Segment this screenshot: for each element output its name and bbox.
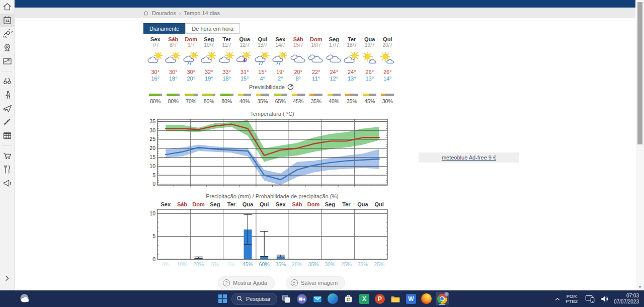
show-help-button[interactable]: ? Mostrar Ajuda (218, 276, 275, 289)
predictability-gauge-icon (287, 84, 294, 90)
day-name: Sáb (168, 36, 178, 42)
svg-text:15: 15 (149, 154, 155, 160)
day-max-temperature: 20° (294, 69, 302, 75)
tray-language-bottom: PTB2 (566, 299, 578, 304)
day-min-temperature: 13° (365, 75, 374, 82)
taskbar-app-powerpoint[interactable]: P (373, 292, 386, 305)
tray-clock[interactable]: 07:03 07/07/2023 (614, 293, 639, 305)
svg-text:25: 25 (149, 136, 155, 142)
svg-text:25%: 25% (341, 261, 352, 267)
page-scrollbar[interactable]: ▾ (636, 0, 644, 290)
breadcrumb-page[interactable]: Tempo 14 dias (184, 10, 220, 16)
day-name: Qui (383, 36, 392, 42)
forecast-day-column[interactable]: Qua12/731°15° (236, 36, 254, 82)
forecast-day-column[interactable]: Seg17/724°12° (325, 36, 343, 82)
day-date: 12/7 (240, 42, 250, 48)
weather-mostly-sunny-icon (361, 52, 378, 65)
sidebar-item-tools[interactable] (0, 163, 14, 176)
taskbar-app-chrome[interactable] (436, 292, 449, 305)
taskbar-app-mail[interactable] (311, 292, 324, 305)
forecast-day-column[interactable]: Qui13/715°4° (254, 36, 272, 82)
forecast-day-column[interactable]: Ter11/733°18° (218, 36, 236, 82)
sidebar-item-webcams[interactable] (0, 41, 14, 54)
day-max-temperature: 26° (383, 69, 392, 75)
sidebar-item-satellite[interactable] (0, 27, 14, 41)
sidebar-expand-button[interactable] (0, 272, 14, 284)
sidebar-item-home[interactable] (0, 0, 14, 14)
forecast-day-column[interactable]: Dom16/722°11° (307, 36, 326, 82)
svg-text:30: 30 (149, 127, 155, 133)
day-min-temperature: 11° (312, 75, 320, 82)
widgets-button[interactable] (18, 292, 32, 305)
taskbar-app-start[interactable] (216, 292, 229, 305)
day-date: 19/7 (365, 42, 374, 48)
sidebar-item-outdoor-sports[interactable] (0, 88, 14, 102)
tray-language-indicator[interactable]: POR PTB2 (566, 294, 578, 304)
tab-hourly[interactable]: De hora em hora (185, 23, 240, 34)
predictability-bar (167, 94, 180, 96)
search-icon (236, 295, 243, 302)
forecast-day-column[interactable]: Ter18/724°13° (343, 36, 361, 82)
day-name: Ter (348, 36, 356, 42)
svg-text:Qua: Qua (357, 201, 368, 207)
forecast-day-column[interactable]: Sex14/719°2° (272, 36, 290, 82)
forecast-day-column[interactable]: Sáb15/720°8° (289, 36, 307, 82)
forecast-day-column[interactable]: Qui20/726°14° (379, 36, 397, 82)
taskbar-app-task-view[interactable] (280, 292, 293, 305)
forecast-day-column[interactable]: Seg10/732°19° (200, 36, 218, 82)
weather-partly-sunny-icon (343, 52, 360, 65)
day-date: 11/7 (222, 42, 231, 48)
svg-text:35: 35 (149, 118, 155, 124)
scrollbar-down-arrow[interactable]: ▾ (636, 283, 644, 290)
taskbar-app-firefox[interactable] (420, 292, 433, 305)
predictability-section: Previsibilidade 80%80%70%80%80%40%35%65%… (146, 84, 396, 104)
sidebar-item-maps[interactable] (0, 54, 14, 68)
svg-text:20%: 20% (193, 261, 204, 267)
forecast-day-column[interactable]: Sex7/730°16° (146, 36, 165, 82)
day-date: 7/7 (152, 42, 159, 48)
home-icon[interactable] (143, 10, 149, 16)
ad-free-link[interactable]: meteoblue Ad-free 9 € (442, 155, 496, 161)
tray-display-phone-icon[interactable] (585, 294, 596, 304)
predictability-bar (238, 94, 251, 96)
forecast-day-column[interactable]: Qua19/726°13° (361, 36, 379, 82)
sidebar-item-announcements[interactable] (0, 176, 14, 190)
tab-daily[interactable]: Diariamente (143, 23, 185, 34)
tray-speaker-icon[interactable] (600, 294, 610, 304)
download-icon (291, 279, 298, 286)
taskbar-app-teams[interactable] (295, 292, 308, 305)
sidebar-divider (2, 71, 12, 71)
taskbar-app-store[interactable] (342, 292, 355, 305)
svg-text:5%: 5% (211, 261, 219, 267)
breadcrumb-location[interactable]: Dourados (152, 10, 176, 16)
taskbar-app-explorer[interactable] (389, 292, 402, 305)
svg-text:60%: 60% (259, 261, 270, 267)
climate-table-icon (2, 130, 13, 141)
taskbar-search[interactable]: Pesquisar (231, 293, 277, 305)
scrollbar-thumb[interactable] (637, 2, 642, 144)
sidebar-item-agriculture[interactable] (0, 115, 14, 129)
forecast-day-column[interactable]: Dom9/730°20° (182, 36, 200, 82)
webcams-icon (2, 42, 13, 53)
sidebar-item-climate-table[interactable] (0, 129, 14, 142)
forecast-day-column[interactable]: Sáb8/730°18° (165, 36, 183, 82)
forecast-table: Sex7/730°16°Sáb8/730°18°Dom9/730°20°Seg1… (146, 36, 396, 82)
svg-text:10: 10 (149, 163, 155, 169)
predictability-percent: 40% (236, 98, 254, 104)
save-image-button[interactable]: Salvar imagem (286, 276, 345, 289)
sidebar-item-forecast-14-days[interactable]: 14 (0, 14, 14, 27)
taskbar-app-excel[interactable]: X (358, 292, 371, 305)
taskbar-app-edge[interactable] (327, 292, 340, 305)
taskbar-app-word[interactable]: W (405, 292, 418, 305)
predictability-bar (149, 94, 162, 96)
sidebar-item-travel[interactable] (0, 102, 14, 115)
tray-chevron-up-icon[interactable] (553, 295, 561, 303)
day-min-temperature: 19° (205, 75, 213, 82)
predictability-percent: 65% (272, 98, 290, 104)
sidebar-item-binoculars[interactable] (0, 74, 14, 88)
predictability-percent: 80% (146, 98, 165, 104)
day-max-temperature: 15° (258, 69, 267, 75)
sidebar-item-shop[interactable] (0, 149, 14, 163)
predictability-bar (345, 94, 358, 96)
day-min-temperature: 13° (348, 75, 356, 82)
